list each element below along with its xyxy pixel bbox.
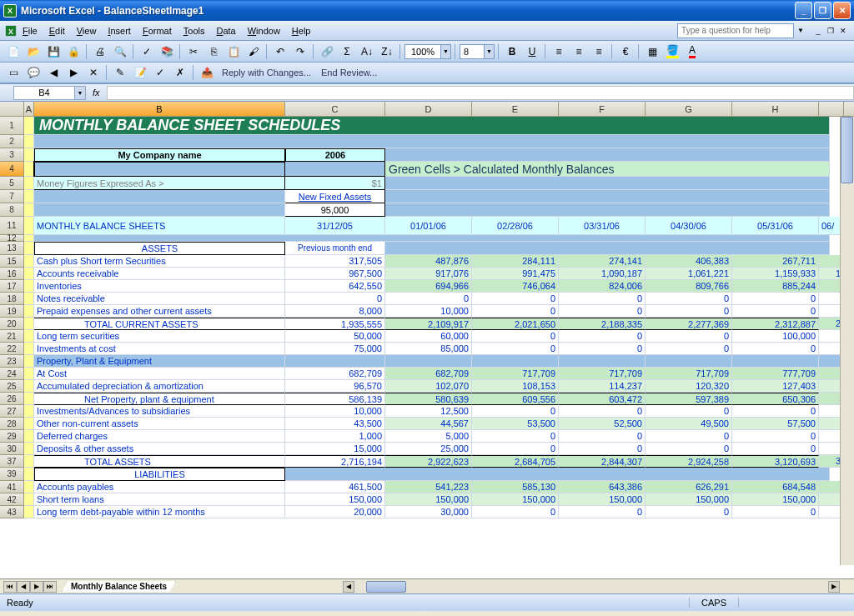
data-cell[interactable]: 0: [559, 330, 646, 343]
data-cell[interactable]: 52,500: [559, 418, 646, 430]
comment-icon[interactable]: 💬: [24, 63, 43, 82]
data-cell[interactable]: 100,000: [732, 330, 819, 343]
data-cell[interactable]: 643,386: [559, 481, 646, 493]
row-label[interactable]: Accumulated depreciation & amortization: [34, 380, 285, 393]
data-cell[interactable]: 274,141: [559, 255, 646, 268]
name-box[interactable]: [13, 86, 75, 100]
autosum-icon[interactable]: Σ: [338, 43, 356, 61]
redo-icon[interactable]: ↷: [291, 43, 309, 61]
data-cell[interactable]: 0: [646, 330, 732, 343]
fill-color-icon[interactable]: 🪣: [663, 43, 681, 61]
row-label[interactable]: Cash plus Short term Securities: [34, 255, 285, 268]
cell[interactable]: [34, 235, 830, 242]
row-label[interactable]: Long term debt-payable within 12 months: [34, 506, 285, 518]
row-header-25[interactable]: 25: [0, 380, 24, 393]
data-cell[interactable]: 586,139: [285, 393, 385, 405]
cell[interactable]: [24, 405, 34, 418]
data-cell[interactable]: 0: [472, 443, 559, 455]
date-header-4[interactable]: 04/30/06: [646, 217, 732, 235]
row-label[interactable]: Net Property, plant & equipment: [34, 393, 285, 405]
row-header-17[interactable]: 17: [0, 280, 24, 293]
col-header-d[interactable]: D: [385, 102, 472, 116]
sheet-tab-monthly-balance-sheets[interactable]: Monthly Balance Sheets: [62, 581, 176, 592]
data-cell[interactable]: 694,966: [385, 280, 472, 293]
cell[interactable]: [24, 481, 34, 493]
menu-data[interactable]: Data: [210, 24, 241, 38]
mdi-restore-button[interactable]: ❐: [825, 25, 836, 37]
row-header-29[interactable]: 29: [0, 430, 24, 443]
row-header-19[interactable]: 19: [0, 305, 24, 318]
data-cell[interactable]: 609,556: [472, 393, 559, 405]
track-changes-icon[interactable]: 📝: [131, 63, 149, 82]
data-cell[interactable]: 717,709: [646, 368, 732, 380]
data-cell[interactable]: 0: [385, 293, 472, 305]
data-cell[interactable]: 317,505: [285, 255, 385, 268]
data-cell[interactable]: 150,000: [646, 493, 732, 506]
data-cell[interactable]: 2,277,369: [646, 318, 732, 330]
row-header-43[interactable]: 43: [0, 506, 24, 518]
data-cell[interactable]: 2,684,705: [472, 455, 559, 468]
cell[interactable]: [285, 162, 385, 177]
reject-icon[interactable]: ✗: [171, 63, 189, 82]
horizontal-scrollbar[interactable]: ◀ ▶: [343, 580, 840, 593]
copy-icon[interactable]: ⎘: [204, 43, 223, 61]
next-comment-icon[interactable]: ▶: [64, 63, 83, 82]
hscroll-right-icon[interactable]: ▶: [828, 581, 840, 593]
cell[interactable]: [24, 293, 34, 305]
row-label[interactable]: Other non-current assets: [34, 418, 285, 430]
data-cell[interactable]: 650,306: [732, 393, 819, 405]
menu-file[interactable]: File: [17, 24, 43, 38]
data-cell[interactable]: 0: [646, 443, 732, 455]
data-cell[interactable]: 0: [285, 293, 385, 305]
data-cell[interactable]: 0: [559, 430, 646, 443]
tab-nav-prev-icon[interactable]: ◀: [17, 581, 30, 593]
money-label[interactable]: Money Figures Expressed As >: [34, 177, 285, 190]
align-left-icon[interactable]: ≡: [550, 43, 568, 61]
data-cell[interactable]: 20,000: [285, 506, 385, 518]
row-label[interactable]: At Cost: [34, 368, 285, 380]
cell[interactable]: [24, 117, 34, 135]
col-header-f[interactable]: F: [559, 102, 646, 116]
row-label[interactable]: Prepaid expenses and other current asset…: [34, 305, 285, 318]
row-header-20[interactable]: 20: [0, 318, 24, 330]
data-cell[interactable]: 0: [472, 506, 559, 518]
data-cell[interactable]: 0: [732, 405, 819, 418]
data-cell[interactable]: 0: [646, 506, 732, 518]
data-cell[interactable]: 824,006: [559, 280, 646, 293]
research-icon[interactable]: 📚: [158, 43, 176, 61]
data-cell[interactable]: [732, 355, 819, 368]
end-review-button[interactable]: End Review...: [317, 68, 381, 78]
cell[interactable]: [385, 148, 830, 162]
row-header-16[interactable]: 16: [0, 268, 24, 280]
cell[interactable]: [24, 162, 34, 177]
col-header-i[interactable]: [819, 102, 844, 116]
formula-input[interactable]: [107, 86, 854, 100]
data-cell[interactable]: 0: [646, 405, 732, 418]
data-cell[interactable]: 150,000: [472, 493, 559, 506]
cell[interactable]: [24, 430, 34, 443]
data-cell[interactable]: 2,021,650: [472, 318, 559, 330]
data-cell[interactable]: 53,500: [472, 418, 559, 430]
data-cell[interactable]: 0: [646, 430, 732, 443]
name-box-dropdown-icon[interactable]: ▼: [75, 86, 86, 100]
data-cell[interactable]: 809,766: [646, 280, 732, 293]
data-cell[interactable]: 150,000: [732, 493, 819, 506]
data-cell[interactable]: 991,475: [472, 268, 559, 280]
data-cell[interactable]: 120,320: [646, 380, 732, 393]
cell[interactable]: [24, 135, 34, 148]
data-cell[interactable]: 2,922,623: [385, 455, 472, 468]
data-cell[interactable]: 1,090,187: [559, 268, 646, 280]
cell[interactable]: [24, 468, 34, 481]
data-cell[interactable]: 2,844,307: [559, 455, 646, 468]
cell[interactable]: [24, 330, 34, 343]
assets-header[interactable]: ASSETS: [34, 242, 285, 255]
ink-icon[interactable]: ✎: [111, 63, 129, 82]
data-cell[interactable]: 717,709: [472, 368, 559, 380]
data-cell[interactable]: 0: [472, 330, 559, 343]
data-cell[interactable]: 8,000: [285, 305, 385, 318]
data-cell[interactable]: 2,312,887: [732, 318, 819, 330]
data-cell[interactable]: 717,709: [559, 368, 646, 380]
data-cell[interactable]: 108,153: [472, 380, 559, 393]
col-header-a[interactable]: A: [24, 102, 34, 116]
align-right-icon[interactable]: ≡: [590, 43, 608, 61]
